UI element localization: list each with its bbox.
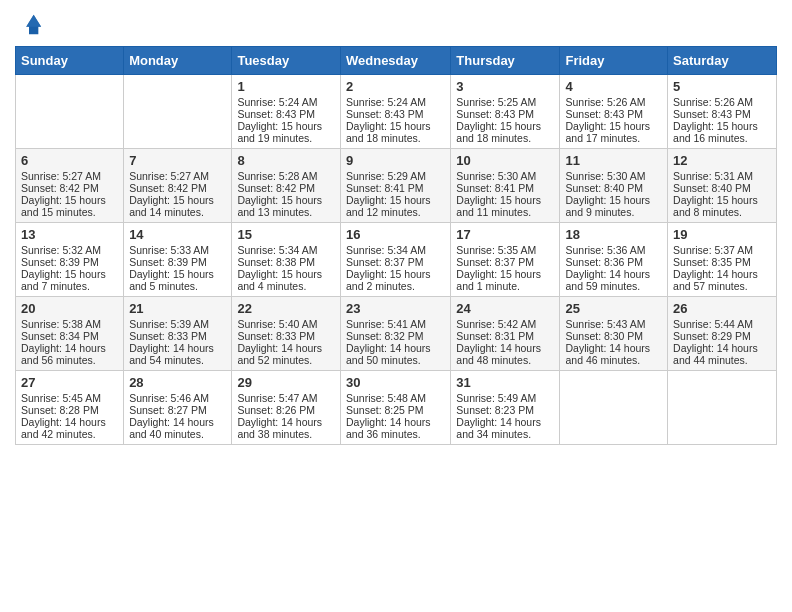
calendar-table: SundayMondayTuesdayWednesdayThursdayFrid… [15,46,777,445]
day-info: Sunset: 8:42 PM [237,182,335,194]
day-number: 12 [673,153,771,168]
day-number: 25 [565,301,662,316]
day-info: Sunset: 8:33 PM [237,330,335,342]
day-info: Sunrise: 5:34 AM [237,244,335,256]
day-info: Daylight: 15 hours and 15 minutes. [21,194,118,218]
calendar-cell: 9Sunrise: 5:29 AMSunset: 8:41 PMDaylight… [340,149,450,223]
day-info: Sunset: 8:43 PM [565,108,662,120]
calendar-cell: 23Sunrise: 5:41 AMSunset: 8:32 PMDayligh… [340,297,450,371]
calendar-header-row: SundayMondayTuesdayWednesdayThursdayFrid… [16,47,777,75]
day-info: Sunrise: 5:33 AM [129,244,226,256]
calendar-cell: 1Sunrise: 5:24 AMSunset: 8:43 PMDaylight… [232,75,341,149]
day-number: 9 [346,153,445,168]
calendar-cell: 31Sunrise: 5:49 AMSunset: 8:23 PMDayligh… [451,371,560,445]
logo [15,10,47,38]
calendar-week-row: 13Sunrise: 5:32 AMSunset: 8:39 PMDayligh… [16,223,777,297]
day-number: 13 [21,227,118,242]
day-number: 28 [129,375,226,390]
day-info: Sunset: 8:37 PM [346,256,445,268]
day-info: Daylight: 15 hours and 9 minutes. [565,194,662,218]
day-info: Sunset: 8:40 PM [565,182,662,194]
day-info: Daylight: 15 hours and 4 minutes. [237,268,335,292]
day-info: Sunrise: 5:27 AM [21,170,118,182]
day-info: Sunset: 8:41 PM [456,182,554,194]
day-info: Sunrise: 5:31 AM [673,170,771,182]
calendar-cell: 16Sunrise: 5:34 AMSunset: 8:37 PMDayligh… [340,223,450,297]
day-number: 3 [456,79,554,94]
day-info: Sunset: 8:28 PM [21,404,118,416]
calendar-header-sunday: Sunday [16,47,124,75]
day-info: Sunrise: 5:43 AM [565,318,662,330]
day-number: 26 [673,301,771,316]
calendar-cell: 6Sunrise: 5:27 AMSunset: 8:42 PMDaylight… [16,149,124,223]
day-info: Sunset: 8:41 PM [346,182,445,194]
day-number: 29 [237,375,335,390]
calendar-cell: 28Sunrise: 5:46 AMSunset: 8:27 PMDayligh… [124,371,232,445]
day-info: Sunset: 8:40 PM [673,182,771,194]
calendar-header-friday: Friday [560,47,668,75]
day-info: Daylight: 15 hours and 11 minutes. [456,194,554,218]
day-info: Sunset: 8:36 PM [565,256,662,268]
day-info: Sunrise: 5:36 AM [565,244,662,256]
day-number: 19 [673,227,771,242]
calendar-cell: 29Sunrise: 5:47 AMSunset: 8:26 PMDayligh… [232,371,341,445]
calendar-cell: 19Sunrise: 5:37 AMSunset: 8:35 PMDayligh… [668,223,777,297]
day-info: Sunset: 8:29 PM [673,330,771,342]
calendar-cell [124,75,232,149]
svg-marker-1 [26,15,41,27]
day-number: 6 [21,153,118,168]
day-info: Daylight: 15 hours and 14 minutes. [129,194,226,218]
day-info: Sunrise: 5:28 AM [237,170,335,182]
logo-icon [15,10,43,38]
day-info: Sunrise: 5:41 AM [346,318,445,330]
day-info: Daylight: 15 hours and 2 minutes. [346,268,445,292]
day-info: Sunset: 8:43 PM [237,108,335,120]
day-info: Daylight: 15 hours and 18 minutes. [456,120,554,144]
day-info: Sunset: 8:23 PM [456,404,554,416]
day-info: Sunrise: 5:29 AM [346,170,445,182]
calendar-cell: 5Sunrise: 5:26 AMSunset: 8:43 PMDaylight… [668,75,777,149]
calendar-cell: 22Sunrise: 5:40 AMSunset: 8:33 PMDayligh… [232,297,341,371]
calendar-week-row: 1Sunrise: 5:24 AMSunset: 8:43 PMDaylight… [16,75,777,149]
calendar-cell: 4Sunrise: 5:26 AMSunset: 8:43 PMDaylight… [560,75,668,149]
day-number: 7 [129,153,226,168]
calendar-cell: 20Sunrise: 5:38 AMSunset: 8:34 PMDayligh… [16,297,124,371]
day-info: Sunset: 8:27 PM [129,404,226,416]
day-info: Sunrise: 5:40 AM [237,318,335,330]
day-info: Sunset: 8:43 PM [673,108,771,120]
day-info: Sunset: 8:34 PM [21,330,118,342]
day-number: 4 [565,79,662,94]
day-info: Sunrise: 5:26 AM [565,96,662,108]
calendar-cell: 14Sunrise: 5:33 AMSunset: 8:39 PMDayligh… [124,223,232,297]
day-info: Sunrise: 5:34 AM [346,244,445,256]
day-info: Daylight: 14 hours and 59 minutes. [565,268,662,292]
day-info: Daylight: 14 hours and 34 minutes. [456,416,554,440]
day-info: Daylight: 15 hours and 1 minute. [456,268,554,292]
day-info: Sunset: 8:35 PM [673,256,771,268]
day-info: Sunrise: 5:24 AM [346,96,445,108]
day-number: 18 [565,227,662,242]
day-info: Sunrise: 5:26 AM [673,96,771,108]
day-info: Sunrise: 5:45 AM [21,392,118,404]
calendar-header-saturday: Saturday [668,47,777,75]
day-number: 8 [237,153,335,168]
day-number: 17 [456,227,554,242]
day-info: Sunset: 8:42 PM [129,182,226,194]
day-info: Sunset: 8:32 PM [346,330,445,342]
day-info: Daylight: 14 hours and 50 minutes. [346,342,445,366]
calendar-cell: 7Sunrise: 5:27 AMSunset: 8:42 PMDaylight… [124,149,232,223]
day-info: Sunrise: 5:27 AM [129,170,226,182]
day-number: 31 [456,375,554,390]
day-number: 22 [237,301,335,316]
calendar-cell: 30Sunrise: 5:48 AMSunset: 8:25 PMDayligh… [340,371,450,445]
calendar-header-monday: Monday [124,47,232,75]
calendar-cell: 26Sunrise: 5:44 AMSunset: 8:29 PMDayligh… [668,297,777,371]
calendar-cell: 18Sunrise: 5:36 AMSunset: 8:36 PMDayligh… [560,223,668,297]
day-info: Daylight: 15 hours and 17 minutes. [565,120,662,144]
calendar-cell: 2Sunrise: 5:24 AMSunset: 8:43 PMDaylight… [340,75,450,149]
day-info: Daylight: 14 hours and 44 minutes. [673,342,771,366]
day-info: Sunrise: 5:30 AM [565,170,662,182]
day-number: 14 [129,227,226,242]
day-number: 24 [456,301,554,316]
day-number: 2 [346,79,445,94]
